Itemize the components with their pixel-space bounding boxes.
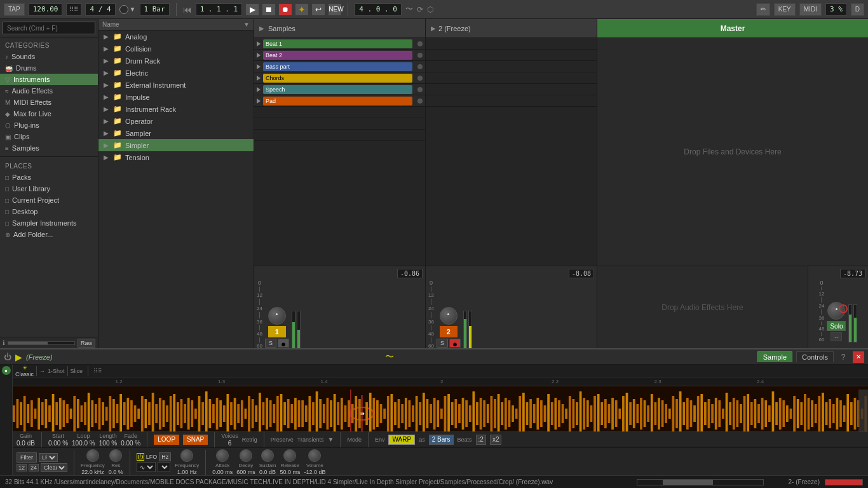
filter-toggle-btn[interactable]: Filter xyxy=(17,452,37,463)
browser-item-drum-rack[interactable]: ▶ 📁 Drum Rack xyxy=(98,55,254,67)
simpler-tab-sample[interactable]: Sample xyxy=(757,351,792,362)
sidebar-item-max-for-live[interactable]: ◆ Max for Live xyxy=(0,108,98,119)
clip-pad[interactable]: Pad xyxy=(254,95,425,107)
browser-item-simpler[interactable]: ▶ 📁 Simpler xyxy=(98,139,254,151)
status-scroll[interactable] xyxy=(637,479,764,485)
clip-play-icon[interactable] xyxy=(257,53,261,58)
clip-beat1[interactable]: Beat 1 xyxy=(254,38,425,50)
sidebar-item-instruments[interactable]: ▽ Instruments xyxy=(0,74,98,85)
sidebar-item-clips[interactable]: ▣ Clips xyxy=(0,131,98,142)
track-on-btn-1[interactable]: ● xyxy=(278,339,289,348)
sustain-knob[interactable] xyxy=(261,449,274,462)
bpm-display[interactable]: 120.00 xyxy=(29,3,63,16)
lfo-hz-btn[interactable]: Hz xyxy=(159,452,171,461)
browser-item-analog[interactable]: ▶ 📁 Analog xyxy=(98,30,254,43)
draw-button[interactable]: ✏ xyxy=(756,3,770,16)
filter-res-knob[interactable] xyxy=(109,449,122,462)
browser-item-electric[interactable]: ▶ 📁 Electric xyxy=(98,67,254,79)
clip-beat2[interactable]: Beat 2 xyxy=(254,50,425,61)
loop-length-display[interactable]: 1 Bar xyxy=(140,3,170,16)
play-button[interactable]: ▶ xyxy=(246,4,259,15)
sidebar-item-user-library[interactable]: □ User Library xyxy=(0,183,98,194)
clip-bass-block[interactable]: Bass part xyxy=(263,62,412,71)
simpler-close-btn[interactable]: ✕ xyxy=(853,351,864,363)
clip-beat1-block[interactable]: Beat 1 xyxy=(263,39,412,48)
sidebar-item-current-project[interactable]: □ Current Project xyxy=(0,194,98,206)
lfo-power-btn[interactable]: ⏻ xyxy=(137,453,144,461)
search-input[interactable] xyxy=(3,22,95,34)
sidebar-item-packs[interactable]: □ Packs xyxy=(0,172,98,183)
solo-btn-master[interactable]: Solo xyxy=(827,321,846,331)
simpler-power-btn[interactable]: ⏻ xyxy=(4,353,11,362)
track2-empty-5[interactable] xyxy=(426,84,597,95)
sidebar-item-midi-effects[interactable]: M MIDI Effects xyxy=(0,97,98,108)
pan-icon-master[interactable]: ↔ xyxy=(831,332,842,341)
raw-button[interactable]: Raw xyxy=(78,339,95,348)
track-num-btn-2[interactable]: 2 xyxy=(440,326,458,337)
clip-speech-block[interactable]: Speech xyxy=(263,85,412,94)
arrangement-record-button[interactable]: ↩ xyxy=(312,4,325,15)
snap-btn[interactable]: SNAP xyxy=(183,435,208,445)
simpler-tab-controls[interactable]: Controls xyxy=(796,351,834,362)
clip-empty-2[interactable] xyxy=(254,118,425,130)
loop-btn[interactable]: LOOP xyxy=(154,435,179,445)
browser-item-tension[interactable]: ▶ 📁 Tension xyxy=(98,151,254,163)
session-record-button[interactable]: ✦ xyxy=(295,4,308,15)
clip-bass[interactable]: Bass part xyxy=(254,61,425,72)
track2-empty-2[interactable] xyxy=(426,50,597,61)
skip-back-btn[interactable]: ⏮ xyxy=(183,4,192,15)
mode-dropdown[interactable]: ▼ xyxy=(328,436,334,443)
sidebar-item-sounds[interactable]: ♪ Sounds xyxy=(0,51,98,62)
browser-item-operator[interactable]: ▶ 📁 Operator xyxy=(98,115,254,127)
mode-classic-indicator[interactable]: ● xyxy=(2,366,11,375)
clip-play-icon[interactable] xyxy=(257,87,261,92)
lfo-freq-knob[interactable] xyxy=(180,449,193,462)
filter-type-select[interactable]: LPHPBP xyxy=(39,453,58,462)
tap-button[interactable]: TAP xyxy=(4,3,25,16)
track2-empty-3[interactable] xyxy=(426,61,597,72)
midi-button[interactable]: MIDI xyxy=(799,3,822,16)
browser-item-sampler[interactable]: ▶ 📁 Sampler xyxy=(98,127,254,139)
simpler-active-btn[interactable]: ▶ xyxy=(15,352,22,362)
volume-knob-1[interactable] xyxy=(268,307,286,325)
clip-chords[interactable]: Chords xyxy=(254,72,425,84)
volume-env-knob[interactable] xyxy=(308,449,321,462)
clip-empty-1[interactable] xyxy=(254,107,425,118)
track2-play-icon[interactable]: ▶ xyxy=(431,25,436,32)
browser-item-impulse[interactable]: ▶ 📁 Impulse xyxy=(98,91,254,103)
browser-item-instrument-rack[interactable]: ▶ 📁 Instrument Rack xyxy=(98,103,254,115)
double-btn[interactable]: x2 xyxy=(490,435,502,445)
clip-pad-block[interactable]: Pad xyxy=(263,97,412,105)
track2-empty-1[interactable] xyxy=(426,38,597,50)
record-button[interactable]: ⏺ xyxy=(279,4,292,15)
filter-clean-select[interactable]: Clean xyxy=(41,463,67,472)
track-on-btn-2[interactable]: ● xyxy=(449,339,461,348)
mute-btn-2[interactable]: S xyxy=(437,339,448,348)
sidebar-item-sampler-instruments[interactable]: □ Sampler Instruments xyxy=(0,217,98,229)
sidebar-item-drums[interactable]: 🥁 Drums xyxy=(0,62,98,74)
clip-play-icon[interactable] xyxy=(257,64,261,69)
browser-item-collision[interactable]: ▶ 📁 Collision xyxy=(98,43,254,55)
clip-play-icon[interactable] xyxy=(257,76,261,81)
clip-beat2-block[interactable]: Beat 2 xyxy=(263,51,412,60)
warp-btn[interactable]: WARP xyxy=(388,435,415,445)
bars-btn[interactable]: 2 Bars xyxy=(429,435,454,445)
filter-freq-knob[interactable] xyxy=(86,449,99,462)
track2-empty-4[interactable] xyxy=(426,72,597,84)
clip-chords-block[interactable]: Chords xyxy=(263,74,412,83)
attack-knob[interactable] xyxy=(216,449,229,462)
filter-12db-btn[interactable]: 12 xyxy=(17,464,27,471)
sidebar-item-desktop[interactable]: □ Desktop xyxy=(0,206,98,217)
browser-item-external-instrument[interactable]: ▶ 📁 External Instrument xyxy=(98,79,254,91)
filter-24db-btn[interactable]: 24 xyxy=(29,464,39,471)
time-sig-display[interactable]: 4 / 4 xyxy=(85,3,115,16)
clip-empty-3[interactable] xyxy=(254,130,425,141)
stop-button[interactable]: ⏹ xyxy=(262,4,275,15)
d-button[interactable]: D xyxy=(851,3,864,16)
clip-play-icon[interactable] xyxy=(257,41,261,46)
track-num-btn-1[interactable]: 1 xyxy=(268,326,286,337)
sidebar-item-add-folder[interactable]: ⊕ Add Folder... xyxy=(0,229,98,240)
track1-play-icon[interactable]: ▶ xyxy=(259,25,264,32)
track2-empty-6[interactable] xyxy=(426,95,597,107)
lfo-range-select[interactable]: ▼ xyxy=(158,462,170,472)
